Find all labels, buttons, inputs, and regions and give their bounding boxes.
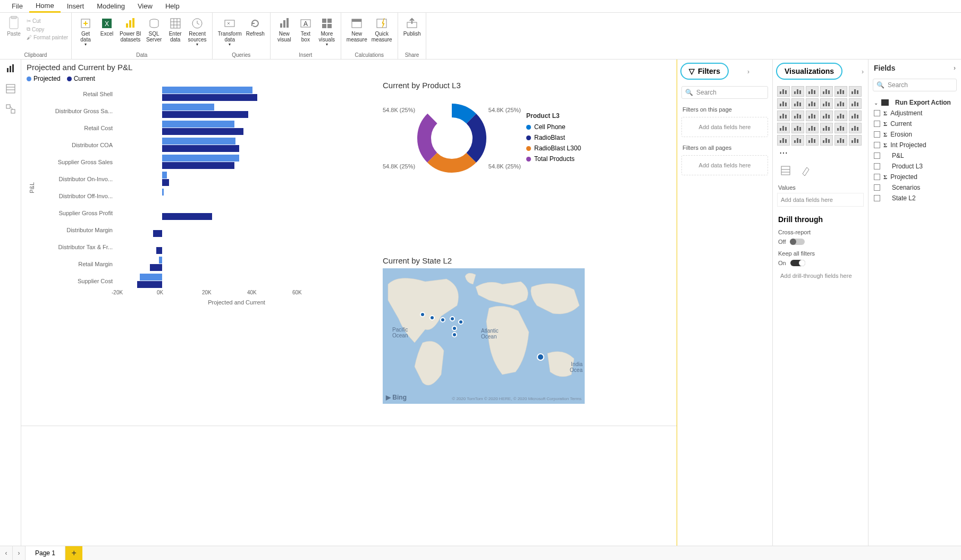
field-checkbox[interactable] (874, 195, 880, 201)
menu-help[interactable]: Help (159, 1, 186, 12)
bar-segment[interactable] (162, 104, 214, 111)
viz-type-tile[interactable] (820, 123, 833, 133)
bar-segment[interactable] (162, 179, 169, 186)
viz-collapse-icon[interactable]: › (862, 68, 864, 75)
field-item[interactable]: ΣAdjustment (869, 108, 961, 118)
viz-type-tile[interactable] (820, 98, 833, 109)
bar-segment[interactable] (156, 247, 162, 254)
field-checkbox[interactable] (874, 131, 880, 138)
paste-icon[interactable] (5, 16, 22, 31)
data-view-icon[interactable] (5, 83, 16, 95)
menu-file[interactable]: File (5, 1, 29, 12)
viz-type-tile[interactable] (777, 86, 790, 97)
menu-home[interactable]: Home (29, 0, 61, 13)
pbi-datasets-button[interactable]: Power BI datasets (117, 15, 144, 44)
field-item[interactable]: ΣCurrent (869, 118, 961, 129)
add-page-button[interactable]: + (65, 546, 82, 560)
filters-page-dropzone[interactable]: Add data fields here (681, 117, 768, 137)
filters-pane-header[interactable]: ▽ Filters (680, 63, 729, 80)
recent-sources-button[interactable]: Recent sources▾ (186, 15, 209, 48)
viz-type-tile[interactable] (777, 123, 790, 133)
new-measure-button[interactable]: New measure (344, 15, 369, 44)
bar-segment[interactable] (162, 94, 257, 101)
field-item[interactable]: ΣProjected (869, 172, 961, 182)
field-checkbox[interactable] (874, 142, 880, 148)
fields-table-row[interactable]: ⌄ Run Export Action (869, 94, 961, 108)
filters-allpages-dropzone[interactable]: Add data fields here (681, 155, 768, 175)
viz-type-tile[interactable] (806, 123, 819, 133)
viz-type-tile[interactable] (791, 86, 804, 97)
viz-type-tile[interactable] (806, 111, 819, 121)
viz-type-tile[interactable] (849, 123, 862, 133)
get-data-button[interactable]: Get data▾ (75, 15, 96, 48)
viz-type-tile[interactable] (849, 111, 862, 121)
bar-segment[interactable] (153, 230, 162, 237)
menu-insert[interactable]: Insert (61, 1, 91, 12)
field-checkbox[interactable] (874, 110, 880, 116)
viz-type-tile[interactable] (834, 98, 847, 109)
bar-segment[interactable] (159, 257, 162, 264)
donut-chart-visual[interactable]: Current by Product L3 54.8K (25%) 54.8K … (383, 81, 670, 230)
bar-segment[interactable] (137, 281, 162, 288)
keep-all-toggle[interactable] (790, 260, 805, 266)
viz-type-tile[interactable] (834, 86, 847, 97)
viz-type-tile[interactable] (806, 98, 819, 109)
fields-tab-icon[interactable] (779, 164, 792, 177)
field-item[interactable]: Product L3 (869, 161, 961, 172)
field-item[interactable]: P&L (869, 150, 961, 161)
bar-segment[interactable] (162, 121, 234, 128)
values-dropzone[interactable]: Add data fields here (777, 193, 864, 207)
report-view-icon[interactable] (5, 63, 16, 74)
excel-button[interactable]: XExcel (96, 15, 117, 38)
viz-type-tile[interactable] (791, 135, 804, 146)
viz-type-tile[interactable] (820, 86, 833, 97)
viz-more-tile[interactable]: ⋯ (777, 147, 790, 158)
field-item[interactable]: ΣErosion (869, 129, 961, 140)
visualizations-header[interactable]: Visualizations (776, 63, 842, 80)
bar-segment[interactable] (162, 155, 239, 162)
sql-server-button[interactable]: SQL Server (144, 15, 165, 44)
more-visuals-button[interactable]: More visuals▾ (316, 15, 338, 48)
bar-segment[interactable] (162, 138, 235, 145)
bar-segment[interactable] (162, 213, 212, 220)
viz-type-tile[interactable] (791, 123, 804, 133)
cross-report-toggle[interactable] (790, 239, 805, 245)
bar-segment[interactable] (162, 111, 248, 118)
menu-view[interactable]: View (131, 1, 159, 12)
field-item[interactable]: Scenarios (869, 182, 961, 193)
map-container[interactable]: Pacific Ocean Atlantic Ocean India Ocea … (383, 268, 585, 404)
field-checkbox[interactable] (874, 184, 880, 191)
publish-button[interactable]: Publish (401, 15, 423, 38)
bar-segment[interactable] (162, 172, 167, 179)
viz-type-tile[interactable] (849, 86, 862, 97)
fields-search[interactable]: 🔍 Search (873, 79, 957, 91)
viz-type-tile[interactable] (777, 98, 790, 109)
viz-type-tile[interactable] (834, 135, 847, 146)
bar-segment[interactable] (162, 87, 252, 94)
bar-segment[interactable] (162, 189, 164, 196)
bar-chart-visual[interactable]: Projected and Current by P&L Projected C… (27, 63, 367, 472)
filters-collapse-icon[interactable]: › (747, 68, 749, 75)
page-prev-button[interactable]: ‹ (0, 546, 13, 560)
menu-modeling[interactable]: Modeling (90, 1, 131, 12)
field-item[interactable]: State L2 (869, 193, 961, 203)
field-checkbox[interactable] (874, 174, 880, 180)
text-box-button[interactable]: AText box (295, 15, 316, 44)
enter-data-button[interactable]: Enter data (165, 15, 186, 44)
model-view-icon[interactable] (5, 103, 16, 115)
quick-measure-button[interactable]: Quick measure (369, 15, 394, 44)
viz-type-tile[interactable] (777, 135, 790, 146)
bar-segment[interactable] (162, 128, 243, 135)
field-item[interactable]: ΣInt Projected (869, 140, 961, 150)
transform-data-button[interactable]: Transform data▾ (216, 15, 244, 48)
field-checkbox[interactable] (874, 121, 880, 127)
filters-search[interactable]: 🔍 Search (681, 86, 768, 99)
drillthrough-dropzone[interactable]: Add drill-through fields here (777, 269, 864, 282)
fields-collapse-icon[interactable]: › (954, 64, 956, 72)
bar-segment[interactable] (140, 274, 163, 281)
report-canvas[interactable]: Projected and Current by P&L Projected C… (21, 60, 677, 546)
format-tab-icon[interactable] (799, 164, 812, 177)
map-visual[interactable]: Current by State L2 (383, 256, 595, 415)
viz-type-tile[interactable] (834, 123, 847, 133)
viz-type-tile[interactable] (777, 111, 790, 121)
